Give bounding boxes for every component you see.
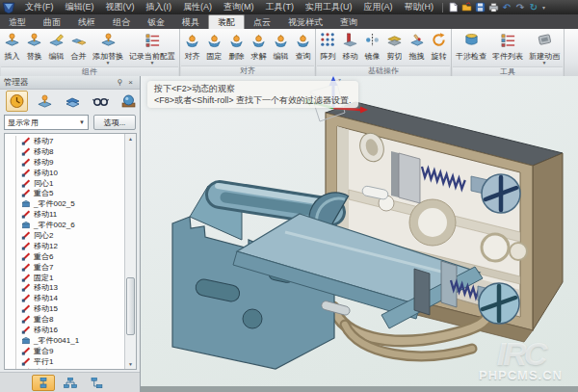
save-icon[interactable] (473, 1, 486, 13)
menu-item[interactable]: 文件(F) (19, 0, 60, 14)
ribbon-tab-点云[interactable]: 点云 (245, 15, 279, 29)
ribbon-button[interactable]: 替换 (23, 30, 45, 66)
view-icon[interactable] (90, 91, 112, 112)
tree-item[interactable]: 移动13 (5, 282, 125, 293)
menu-item[interactable]: 插入(I) (141, 0, 178, 14)
tree-item[interactable]: 移动9 (5, 157, 125, 168)
chevron-down-icon: ▼ (542, 61, 547, 65)
ribbon-group-label: 对齐 (181, 65, 314, 76)
ribbon-button[interactable]: 查询 (292, 30, 314, 65)
ribbon-tab-钣金[interactable]: 钣金 (139, 15, 173, 29)
ribbon-tab-查询[interactable]: 查询 (331, 15, 366, 29)
tree-item[interactable]: 移动15 (5, 303, 125, 314)
tree-item[interactable]: 移动16 (5, 325, 125, 335)
assembly-tree-container: 移动7移动8移动9移动10同心1重合5_零件002_5移动11_零件002_6同… (4, 133, 137, 370)
ribbon-tab-模具[interactable]: 模具 (173, 15, 208, 29)
new-file-icon[interactable] (446, 1, 460, 13)
tree-scrollbar[interactable]: ▲ ▼ (124, 134, 136, 369)
ribbon-tab-造型[interactable]: 造型 (0, 15, 35, 29)
tree-item[interactable]: 固定1 (5, 273, 125, 283)
ribbon-tab-曲面[interactable]: 曲面 (35, 15, 69, 29)
ribbon-button[interactable]: 零件列表 (489, 30, 526, 66)
refresh-icon[interactable]: ↻ (527, 1, 540, 13)
quickbar-overflow-caret[interactable]: ▾ (542, 4, 545, 11)
ribbon-button[interactable]: 添加替换▼ (90, 30, 126, 66)
ribbon-tab-装配[interactable]: 装配 (208, 14, 245, 29)
menu-item[interactable]: 帮助(H) (399, 0, 440, 14)
display-filter-dropdown[interactable]: 显示常用 ▼ (4, 115, 89, 130)
ribbon-button[interactable]: 合并 (67, 30, 90, 66)
tree-view-mode-2-button[interactable] (59, 375, 82, 391)
ribbon-button[interactable]: 固定 (203, 30, 225, 65)
block-body[interactable] (317, 102, 563, 342)
ribbon-button[interactable]: 干涉检查 (453, 30, 489, 66)
redo-icon[interactable]: ↷ (513, 1, 527, 13)
tree-item[interactable]: 移动8 (5, 146, 125, 157)
tree-item[interactable]: 重合5 (5, 188, 125, 198)
tree-item[interactable]: 重合7 (5, 262, 125, 273)
3d-viewport[interactable]: z 按下<F2>动态的观察 <F8>或者<Shift-roll> 查找下一个有效… (141, 76, 578, 392)
ribbon-button[interactable]: 对齐 (181, 30, 203, 65)
close-icon[interactable]: × (125, 78, 136, 87)
ribbon-button[interactable]: 删除 (225, 30, 248, 65)
constraint-icon (21, 147, 31, 156)
ribbon-tab-视觉样式[interactable]: 视觉样式 (279, 15, 331, 29)
tree-item[interactable]: 平行1 (5, 356, 125, 367)
tree-item[interactable]: 移动10 (5, 168, 125, 178)
tree-item[interactable]: 重合6 (5, 251, 125, 262)
tree-item[interactable]: 移动17 (5, 367, 125, 370)
ribbon-button[interactable]: 编辑 (45, 30, 67, 66)
ribbon-button[interactable]: 镜像 (361, 30, 383, 65)
ribbon-button[interactable]: 编辑 (270, 30, 292, 65)
menu-item[interactable]: 查询(M) (218, 0, 260, 14)
tree-item[interactable]: 重合9 (5, 346, 125, 356)
tree-item[interactable]: _零件0041_1 (5, 335, 125, 346)
layers-icon[interactable] (62, 91, 84, 112)
tree-item[interactable]: 移动14 (5, 293, 125, 303)
tree-item[interactable]: _零件002_6 (5, 220, 125, 230)
ribbon-button[interactable]: 记录当前配置▼ (126, 30, 178, 66)
tree-item-label: 同心1 (34, 178, 53, 189)
ribbon-button[interactable]: 插入 (1, 30, 23, 66)
tree-item[interactable]: 移动11 (5, 209, 125, 220)
scroll-down-icon[interactable]: ▼ (128, 359, 133, 369)
menu-item[interactable]: 视图(V) (100, 0, 141, 14)
assembly-icon[interactable] (34, 91, 56, 112)
ribbon-button[interactable]: 移动 (339, 30, 361, 65)
tree-item-label: 重合8 (34, 314, 53, 325)
ribbon-button[interactable]: 新建动画▼ (526, 30, 563, 66)
ribbon-button[interactable]: 求解 (248, 30, 270, 65)
undo-icon[interactable]: ↶ (500, 1, 513, 13)
ribbon-button[interactable]: 旋转 (428, 30, 450, 65)
tree-item[interactable]: 同心2 (5, 230, 125, 241)
menu-item[interactable]: 应用(A) (358, 0, 399, 14)
tree-item[interactable]: 移动7 (5, 136, 125, 146)
manager-filter-row: 显示常用 ▼ 选项... (0, 113, 140, 132)
scrollbar-thumb[interactable] (126, 277, 135, 335)
tree-item[interactable]: 重合8 (5, 314, 125, 325)
options-button[interactable]: 选项... (93, 115, 136, 130)
tree-view-mode-3-button[interactable] (86, 375, 109, 391)
open-icon[interactable] (460, 1, 473, 13)
print-icon[interactable] (486, 1, 500, 13)
tree-item[interactable]: 同心1 (5, 178, 125, 189)
display-filter-value: 显示常用 (8, 118, 39, 128)
tree-item[interactable]: _零件002_5 (5, 198, 125, 209)
ribbon-button[interactable]: 阵列 (317, 30, 339, 65)
pin-icon[interactable]: ⚲ (114, 78, 125, 87)
constraint-icon (21, 189, 31, 197)
ribbon-tab-线框[interactable]: 线框 (69, 15, 104, 29)
ribbon-tab-组合[interactable]: 组合 (104, 15, 139, 29)
ribbon-button[interactable]: 拖拽 (406, 30, 428, 65)
ribbon-button[interactable]: 剪切 (383, 30, 406, 65)
menu-item[interactable]: 工具(T) (260, 0, 301, 14)
render-icon[interactable] (118, 91, 140, 112)
interf-icon (463, 32, 480, 52)
menu-item[interactable]: 编辑(E) (60, 0, 100, 14)
history-icon[interactable] (6, 91, 28, 112)
menu-item[interactable]: 属性(A) (177, 0, 218, 14)
tree-view-mode-1-button[interactable] (32, 375, 55, 391)
tree-item[interactable]: 移动12 (5, 241, 125, 251)
menu-item[interactable]: 实用工具(U) (300, 0, 358, 14)
scroll-up-icon[interactable]: ▲ (128, 134, 133, 144)
